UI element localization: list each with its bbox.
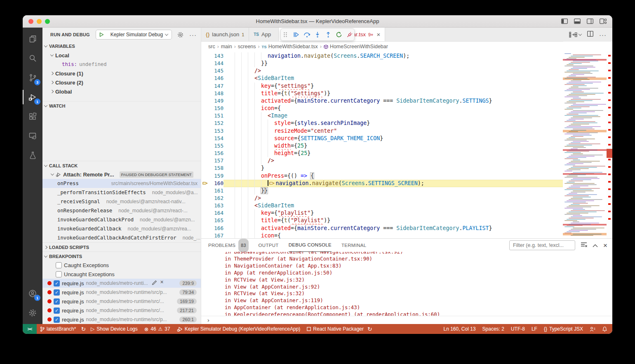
caught-exceptions-row[interactable]: Caught Exceptions xyxy=(42,261,201,270)
zoom-window-button[interactable] xyxy=(45,19,50,24)
loaded-scripts-section-header[interactable]: LOADED SCRIPTS xyxy=(42,242,201,251)
maximize-panel-icon[interactable] xyxy=(593,242,598,249)
more-actions-icon[interactable]: ··· xyxy=(599,31,607,38)
breakpoint-row[interactable]: ✓require.jsnode_modules/metro-runtime/sr… xyxy=(42,288,201,297)
uncaught-exceptions-row[interactable]: Uncaught Exceptions xyxy=(42,270,201,279)
feedback-icon[interactable] xyxy=(586,324,599,334)
code-line-163[interactable]: 163<SideBarItem xyxy=(201,202,563,209)
code-line-153[interactable]: 153resizeMode="center" xyxy=(201,127,563,135)
clear-console-icon[interactable] xyxy=(581,242,587,249)
toggle-sidebar-icon[interactable] xyxy=(561,19,568,24)
code-line-157[interactable]: 157/> xyxy=(201,157,563,164)
code-line-158[interactable]: 158} xyxy=(201,164,563,172)
overview-ruler[interactable] xyxy=(607,52,612,238)
code-line-147[interactable]: 147key={"settings"} xyxy=(201,82,563,90)
breakpoints-section-header[interactable]: BREAKPOINTS xyxy=(42,251,201,261)
testing-icon[interactable] xyxy=(23,146,42,165)
code-line-161[interactable]: 161}} xyxy=(201,187,563,195)
minimap[interactable] xyxy=(563,52,607,238)
cursor-position-item[interactable]: Ln 160, Col 13 xyxy=(440,324,479,334)
debug-session-row[interactable]: Attach: Remote Pr... PAUSED ON DEBUGGER … xyxy=(42,170,201,179)
stack-frame-onPress[interactable]: onPresssrc/main/screens/HomeWithSidebar.… xyxy=(42,179,201,188)
code-line-148[interactable]: 148title={t("Settings")} xyxy=(201,90,563,97)
restart-icon[interactable] xyxy=(334,30,343,40)
extensions-icon[interactable] xyxy=(23,107,42,126)
toggle-secondary-sidebar-icon[interactable] xyxy=(587,19,593,24)
search-icon[interactable] xyxy=(23,49,42,68)
caught-exceptions-checkbox[interactable] xyxy=(56,262,62,268)
problems-item[interactable]: ⊗46 ⚠37 xyxy=(141,324,174,334)
disconnect-icon[interactable] xyxy=(345,30,354,40)
breakpoint-checkbox[interactable]: ✓ xyxy=(54,308,60,314)
stack-frame-_performTransitionSideEffects[interactable]: _performTransitionSideEffectsnode_module… xyxy=(42,188,201,197)
stack-frame-onResponderRelease[interactable]: onResponderReleasenode_modules/@amzn/rea… xyxy=(42,206,201,215)
minimize-window-button[interactable] xyxy=(37,19,42,24)
tab-app-tsx[interactable]: TS App xyxy=(249,28,279,41)
panel-tab-terminal[interactable]: TERMINAL xyxy=(341,239,367,252)
explorer-icon[interactable] xyxy=(23,29,42,49)
panel-tab-debug-console[interactable]: DEBUG CONSOLE xyxy=(289,239,332,252)
call-stack-section-header[interactable]: CALL STACK xyxy=(42,161,201,170)
scope-local[interactable]: Local xyxy=(42,51,201,60)
code-line-164[interactable]: 164key={"playlist"} xyxy=(201,209,563,217)
language-mode-item[interactable]: {}TypeScript JSX xyxy=(541,324,586,334)
code-line-167[interactable]: 167icon={ xyxy=(201,232,563,238)
show-device-logs-item[interactable]: ▷Show Device Logs xyxy=(87,324,141,334)
debug-session-item[interactable]: Kepler Simulator Debug (KeplerVideoRefer… xyxy=(174,324,304,334)
breakpoint-row[interactable]: ✓require.jsnode_modules/metro-runtime/sr… xyxy=(42,297,201,306)
close-window-button[interactable] xyxy=(28,19,33,24)
code-line-162[interactable]: 162/> xyxy=(201,195,563,202)
scope-closure-2[interactable]: Closure (2) xyxy=(42,78,201,87)
toolbar-drag-grip[interactable] xyxy=(281,30,290,40)
breakpoint-row[interactable]: ✓require.jsnode_modules/metro-runtime/sr… xyxy=(42,315,201,324)
close-panel-icon[interactable]: × xyxy=(603,243,607,248)
encoding-item[interactable]: UTF-8 xyxy=(508,324,528,334)
settings-gear-icon[interactable] xyxy=(23,303,42,322)
variable-this[interactable]: this: undefined xyxy=(42,60,201,69)
scope-closure-1[interactable]: Closure (1) xyxy=(42,69,201,78)
uncaught-exceptions-checkbox[interactable] xyxy=(56,271,62,277)
code-line-151[interactable]: 151<Image xyxy=(201,112,563,120)
breadcrumb-item-HomeWithSidebar.tsx[interactable]: TSHomeWithSidebar.tsx xyxy=(262,44,318,49)
sync-icon[interactable]: ↻ xyxy=(79,324,87,334)
breadcrumb-item-main[interactable]: main xyxy=(221,44,232,49)
console-filter-input[interactable] xyxy=(509,240,575,250)
variables-section-header[interactable]: VARIABLES xyxy=(42,42,201,51)
edit-breakpoint-icon[interactable] xyxy=(152,280,157,287)
launch-config-dropdown[interactable]: Kepler Simulator Debug xyxy=(96,30,172,40)
step-over-icon[interactable] xyxy=(302,30,312,40)
code-line-152[interactable]: 152style={styles.searchPinImage} xyxy=(201,120,563,127)
customize-layout-icon[interactable] xyxy=(600,19,607,24)
code-line-156[interactable]: 156height={25} xyxy=(201,150,563,157)
code-line-165[interactable]: 165title={t("Playlist")} xyxy=(201,217,563,224)
git-branch-item[interactable]: latestBranch* xyxy=(37,324,79,334)
breakpoint-checkbox[interactable]: ✓ xyxy=(54,298,60,305)
code-line-146[interactable]: 146<SideBarItem xyxy=(201,75,563,82)
code-line-154[interactable]: 154source={SETTINGS_DARK_THEME_ICON} xyxy=(201,135,563,142)
remove-breakpoint-icon[interactable]: × xyxy=(160,280,164,287)
packager-item[interactable]: React Native Packager ↻ xyxy=(303,324,375,334)
breakpoint-checkbox[interactable]: ✓ xyxy=(54,317,60,323)
breadcrumb-item-screens[interactable]: screens xyxy=(238,44,256,49)
move-editor-icon[interactable] xyxy=(569,32,581,38)
breakpoint-row[interactable]: ✓require.jsnode_modules/metro-runtime/sr… xyxy=(42,306,201,315)
breakpoint-checkbox[interactable]: ✓ xyxy=(54,289,60,296)
remote-indicator[interactable]: >< xyxy=(23,324,37,334)
breadcrumb-item-src[interactable]: src xyxy=(208,44,215,49)
breadcrumb-item-HomeScreenWithSidebar[interactable]: HomeScreenWithSidebar xyxy=(324,44,388,49)
notifications-bell-icon[interactable] xyxy=(599,324,612,334)
code-line-159[interactable]: 159onPress={() => { xyxy=(201,172,563,180)
breakpoint-row[interactable]: ✓require.jsnode_modules/metro-runti...×2… xyxy=(42,279,201,288)
run-and-debug-icon[interactable]: 1 xyxy=(23,87,42,107)
code-line-166[interactable]: 166activated={mainStore.currentCategory … xyxy=(201,225,563,232)
console-input-row[interactable]: › xyxy=(201,316,612,324)
remote-explorer-icon[interactable] xyxy=(23,126,42,146)
continue-icon[interactable] xyxy=(292,30,301,40)
step-into-icon[interactable] xyxy=(313,30,322,40)
start-debug-icon[interactable] xyxy=(96,32,107,37)
code-line-155[interactable]: 155width={25} xyxy=(201,142,563,150)
watch-section-header[interactable]: WATCH xyxy=(42,101,201,110)
code-line-143[interactable]: 143navigation.navigate(Screens.SEARCH_SC… xyxy=(201,52,563,60)
breakpoint-checkbox[interactable]: ✓ xyxy=(54,280,60,287)
scope-global[interactable]: Global xyxy=(42,87,201,96)
